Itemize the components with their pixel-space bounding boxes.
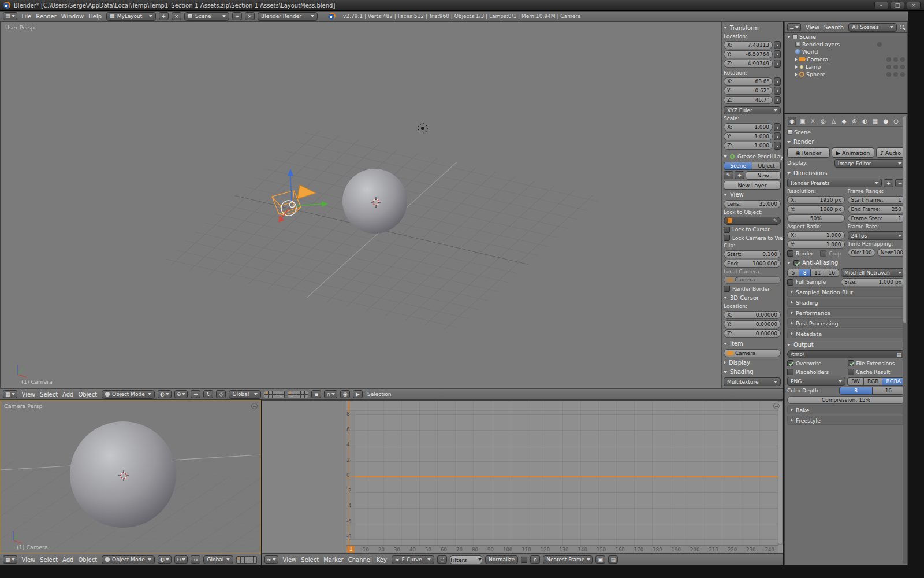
aa-samples-16[interactable]: 16 bbox=[825, 269, 839, 277]
render-opengl-button[interactable]: ◉ bbox=[340, 390, 350, 398]
collapsed-panel[interactable]: Bake bbox=[787, 405, 905, 414]
properties-tab-icon[interactable]: ▦ bbox=[871, 117, 880, 125]
add-preset-button[interactable]: + bbox=[884, 179, 893, 187]
aa-size-field[interactable]: Size:1.000 px bbox=[841, 278, 905, 286]
scale-field[interactable]: Z:1.000 bbox=[724, 142, 773, 150]
properties-tab-icon[interactable]: ◎ bbox=[819, 117, 828, 125]
cache-result-row[interactable]: Cache Result bbox=[848, 368, 906, 376]
editor-type-button[interactable]: ▦ bbox=[3, 555, 17, 564]
menu-item[interactable]: Render bbox=[34, 13, 58, 20]
color-mode-rgb[interactable]: RGB bbox=[864, 377, 882, 386]
region-expand-icon[interactable] bbox=[251, 403, 258, 409]
aspect-y-field[interactable]: Y:1.000 bbox=[787, 240, 845, 249]
menu-item[interactable]: Channel bbox=[346, 557, 374, 563]
paste-keyframes-button[interactable]: ▤ bbox=[608, 555, 618, 564]
frame-rate-select[interactable]: 24 fps bbox=[848, 231, 906, 240]
resolution-x-field[interactable]: X:1920 px bbox=[787, 196, 845, 204]
aa-samples-8[interactable]: 8 bbox=[799, 269, 811, 277]
outliner-row-sphere[interactable]: Sphere bbox=[785, 71, 907, 78]
border-row[interactable]: BorderCrop bbox=[787, 250, 845, 257]
new-layer-button[interactable]: New Layer bbox=[724, 181, 781, 190]
properties-tab-icon[interactable]: ● bbox=[881, 117, 890, 125]
animate-property-button[interactable] bbox=[774, 132, 781, 140]
menu-item[interactable]: View bbox=[281, 557, 299, 563]
panel-header-render[interactable]: Render bbox=[787, 138, 905, 146]
selectability-toggle-icon[interactable] bbox=[893, 57, 898, 62]
snap-mode-select[interactable]: Nearest Frame bbox=[543, 555, 593, 564]
properties-tab-icon[interactable]: ◉ bbox=[788, 117, 796, 125]
scale-field[interactable]: Y:1.000 bbox=[724, 132, 773, 140]
layers-grid[interactable] bbox=[264, 391, 285, 398]
menu-item[interactable]: Key bbox=[375, 557, 389, 563]
location-field[interactable]: Z:4.90749 bbox=[724, 60, 773, 68]
color-mode-rgba[interactable]: RGBA bbox=[882, 377, 905, 386]
animation-button[interactable]: ▶Animation bbox=[832, 147, 874, 158]
lock-to-scene-button[interactable]: ▪ bbox=[311, 390, 321, 398]
border-checkbox[interactable] bbox=[787, 250, 793, 257]
editor-type-button[interactable]: ≈ bbox=[264, 555, 278, 564]
menu-item[interactable]: Select bbox=[38, 557, 59, 563]
properties-tab-icon[interactable]: ◆ bbox=[840, 117, 848, 125]
visibility-toggle-icon[interactable] bbox=[886, 65, 891, 69]
menu-item[interactable]: Select bbox=[38, 391, 59, 398]
renderability-toggle-icon[interactable] bbox=[900, 72, 905, 77]
lamp-object[interactable] bbox=[418, 124, 427, 133]
current-frame-indicator[interactable]: 1 bbox=[347, 546, 355, 553]
placeholders-checkbox[interactable] bbox=[787, 369, 793, 375]
collapsed-panel[interactable]: Shading bbox=[787, 298, 905, 307]
rotation-mode-select[interactable]: XYZ Euler bbox=[724, 106, 781, 115]
properties-scrollbar[interactable] bbox=[903, 116, 907, 564]
panel-header-dimensions[interactable]: Dimensions bbox=[787, 169, 905, 177]
panel-header-grease-pencil[interactable]: Grease Pencil Layers bbox=[724, 152, 781, 161]
cache-result-checkbox[interactable] bbox=[848, 369, 854, 375]
renderability-toggle-icon[interactable] bbox=[900, 57, 905, 62]
animate-property-button[interactable] bbox=[774, 87, 781, 95]
normalize-auto-checkbox[interactable] bbox=[521, 557, 527, 563]
expand-icon[interactable] bbox=[795, 58, 798, 61]
panel-header-anti-aliasing[interactable]: Anti-Aliasing bbox=[787, 258, 905, 267]
end-frame-field[interactable]: End Frame:250 bbox=[848, 205, 906, 213]
animate-property-button[interactable] bbox=[774, 142, 781, 150]
render-border-checkbox[interactable] bbox=[724, 286, 730, 292]
location-field[interactable]: Y:-6.50764 bbox=[724, 50, 773, 58]
eyedropper-icon[interactable]: ✎ bbox=[773, 218, 777, 224]
folder-icon[interactable]: ▤ bbox=[896, 351, 901, 357]
transform-orientation-select[interactable]: Global bbox=[203, 555, 233, 564]
aa-samples-5[interactable]: 5 bbox=[787, 269, 799, 277]
start-frame-field[interactable]: Start Frame:1 bbox=[848, 196, 906, 204]
outliner-row-scene[interactable]: Scene bbox=[785, 33, 907, 40]
snap-button[interactable]: ∩ bbox=[530, 555, 540, 564]
menu-item[interactable]: File bbox=[20, 13, 33, 20]
render-opengl-anim-button[interactable]: ▶ bbox=[353, 390, 363, 398]
manipulator-translate-button[interactable]: ↔ bbox=[191, 555, 200, 564]
lock-to-object-field[interactable]: ✎ bbox=[724, 217, 781, 225]
menu-item[interactable]: Object bbox=[76, 557, 99, 563]
menu-item[interactable]: Window bbox=[59, 13, 85, 20]
animate-property-button[interactable] bbox=[774, 123, 781, 131]
overwrite-row[interactable]: Overwrite bbox=[787, 360, 845, 367]
editor-type-button[interactable]: ☰ bbox=[787, 23, 801, 31]
pivot-point-button[interactable]: ⊙ bbox=[174, 555, 188, 564]
panel-header-output[interactable]: Output bbox=[787, 340, 905, 349]
horizontal-scrollbar[interactable]: 1020304050607080901001101201301401501601… bbox=[346, 545, 778, 553]
lock-to-cursor-checkbox[interactable] bbox=[724, 227, 730, 233]
search-icon[interactable] bbox=[900, 25, 905, 30]
minimize-button[interactable]: – bbox=[874, 2, 888, 9]
local-camera-field[interactable]: Camera bbox=[724, 276, 781, 284]
graph-curve-area[interactable] bbox=[346, 401, 778, 545]
clip-start-field[interactable]: Start:0.100 bbox=[724, 250, 781, 258]
expand-icon[interactable] bbox=[795, 65, 798, 69]
graph-editor[interactable]: 86420-2-4-6-8 10203040506070809010011012… bbox=[262, 400, 783, 554]
menu-item[interactable]: Select bbox=[299, 557, 321, 563]
copy-keyframes-button[interactable]: ▣ bbox=[595, 555, 605, 564]
viewport-shading-button[interactable]: ◐ bbox=[158, 390, 172, 398]
file-extensions-row[interactable]: File Extensions bbox=[848, 360, 906, 367]
lock-camera-checkbox[interactable] bbox=[724, 235, 730, 241]
add-scene-button[interactable]: + bbox=[232, 12, 242, 20]
collapsed-panel[interactable]: Freestyle bbox=[787, 416, 905, 425]
manipulator-rotate-button[interactable]: ↻ bbox=[203, 390, 213, 398]
screen-layout-select[interactable]: ▦ MyLayout bbox=[106, 12, 156, 21]
gpencil-draw-icon-button[interactable]: ✎ bbox=[724, 171, 733, 179]
lock-to-cursor-row[interactable]: Lock to Cursor bbox=[724, 226, 781, 234]
clip-end-field[interactable]: End:1000.000 bbox=[724, 260, 781, 268]
